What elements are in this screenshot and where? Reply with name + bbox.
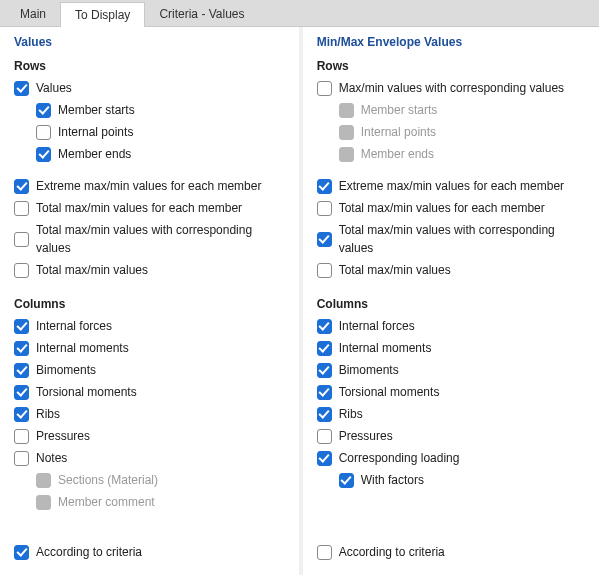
checkbox-col-member-comment-left [36,495,51,510]
checkbox-col-internal-moments-left[interactable] [14,341,29,356]
row-extreme-each-left: Extreme max/min values for each member [14,175,285,197]
row-col-ribs-right: Ribs [317,403,585,425]
checkbox-maxmin-corr-right[interactable] [317,81,332,96]
label-col-pressures-left: Pressures [36,427,90,445]
label-maxmin-corr-right: Max/min values with corresponding values [339,79,564,97]
row-col-torsional-left: Torsional moments [14,381,285,403]
label-member-starts-right: Member starts [361,101,438,119]
columns-label-left: Columns [14,297,285,311]
label-col-corrloading-right: Corresponding loading [339,449,460,467]
checkbox-total-corresp-left[interactable] [14,232,29,247]
label-member-starts-left: Member starts [58,101,135,119]
row-according-right: According to criteria [317,541,445,563]
checkbox-col-pressures-right[interactable] [317,429,332,444]
label-internal-points-left: Internal points [58,123,133,141]
checkbox-total-values-right[interactable] [317,263,332,278]
checkbox-col-notes-left[interactable] [14,451,29,466]
checkbox-col-bimoments-left[interactable] [14,363,29,378]
row-total-each-right: Total max/min values for each member [317,197,585,219]
panels: Values Rows Values Member starts Interna… [0,27,599,575]
label-total-values-left: Total max/min values [36,261,148,279]
label-col-torsional-left: Torsional moments [36,383,137,401]
checkbox-internal-points-right [339,125,354,140]
label-according-right: According to criteria [339,543,445,561]
row-total-values-left: Total max/min values [14,259,285,281]
row-member-starts-left: Member starts [14,99,285,121]
checkbox-member-ends-right [339,147,354,162]
checkbox-values[interactable] [14,81,29,96]
label-col-pressures-right: Pressures [339,427,393,445]
checkbox-total-each-right[interactable] [317,201,332,216]
panel-minmax-title: Min/Max Envelope Values [317,35,585,49]
row-col-bimoments-left: Bimoments [14,359,285,381]
checkbox-col-torsional-right[interactable] [317,385,332,400]
checkbox-member-starts-left[interactable] [36,103,51,118]
checkbox-col-pressures-left[interactable] [14,429,29,444]
row-internal-points-left: Internal points [14,121,285,143]
checkbox-internal-points-left[interactable] [36,125,51,140]
row-col-internal-moments-left: Internal moments [14,337,285,359]
checkbox-total-each-left[interactable] [14,201,29,216]
checkbox-col-withfactors-right[interactable] [339,473,354,488]
row-total-values-right: Total max/min values [317,259,585,281]
label-extreme-each-right: Extreme max/min values for each member [339,177,564,195]
row-member-ends-left: Member ends [14,143,285,165]
checkbox-according-left[interactable] [14,545,29,560]
row-member-starts-right: Member starts [317,99,585,121]
row-internal-points-right: Internal points [317,121,585,143]
row-col-corrloading-right: Corresponding loading [317,447,585,469]
label-col-withfactors-right: With factors [361,471,424,489]
row-according-left: According to criteria [14,541,142,563]
checkbox-col-internal-forces-left[interactable] [14,319,29,334]
checkbox-total-corresp-right[interactable] [317,232,332,247]
row-col-ribs-left: Ribs [14,403,285,425]
checkbox-col-torsional-left[interactable] [14,385,29,400]
checkbox-col-internal-forces-right[interactable] [317,319,332,334]
label-extreme-each-left: Extreme max/min values for each member [36,177,261,195]
row-col-pressures-right: Pressures [317,425,585,447]
label-values: Values [36,79,72,97]
rows-label-left: Rows [14,59,285,73]
checkbox-according-right[interactable] [317,545,332,560]
tab-main[interactable]: Main [6,2,60,26]
checkbox-col-ribs-right[interactable] [317,407,332,422]
label-col-ribs-left: Ribs [36,405,60,423]
label-according-left: According to criteria [36,543,142,561]
tab-to-display[interactable]: To Display [60,2,145,27]
rows-label-right: Rows [317,59,585,73]
checkbox-col-sections-left [36,473,51,488]
label-total-corresp-left: Total max/min values with corresponding … [36,221,285,257]
label-internal-points-right: Internal points [361,123,436,141]
checkbox-extreme-each-left[interactable] [14,179,29,194]
row-col-bimoments-right: Bimoments [317,359,585,381]
label-col-ribs-right: Ribs [339,405,363,423]
row-col-pressures-left: Pressures [14,425,285,447]
checkbox-member-ends-left[interactable] [36,147,51,162]
checkbox-col-corrloading-right[interactable] [317,451,332,466]
columns-label-right: Columns [317,297,585,311]
panel-minmax: Min/Max Envelope Values Rows Max/min val… [303,27,599,575]
row-col-member-comment-left: Member comment [14,491,285,513]
label-total-values-right: Total max/min values [339,261,451,279]
label-total-each-right: Total max/min values for each member [339,199,545,217]
row-col-internal-forces-right: Internal forces [317,315,585,337]
row-col-internal-moments-right: Internal moments [317,337,585,359]
checkbox-col-bimoments-right[interactable] [317,363,332,378]
label-member-ends-left: Member ends [58,145,131,163]
checkbox-extreme-each-right[interactable] [317,179,332,194]
checkbox-col-internal-moments-right[interactable] [317,341,332,356]
row-total-corresp-right: Total max/min values with corresponding … [317,219,585,259]
row-total-corresp-left: Total max/min values with corresponding … [14,219,285,259]
row-extreme-each-right: Extreme max/min values for each member [317,175,585,197]
checkbox-col-ribs-left[interactable] [14,407,29,422]
row-col-internal-forces-left: Internal forces [14,315,285,337]
label-member-ends-right: Member ends [361,145,434,163]
label-col-notes-left: Notes [36,449,67,467]
row-maxmin-corr-right: Max/min values with corresponding values [317,77,585,99]
label-col-torsional-right: Torsional moments [339,383,440,401]
row-col-withfactors-right: With factors [317,469,585,491]
label-col-bimoments-right: Bimoments [339,361,399,379]
row-col-torsional-right: Torsional moments [317,381,585,403]
checkbox-total-values-left[interactable] [14,263,29,278]
tab-criteria[interactable]: Criteria - Values [145,2,258,26]
